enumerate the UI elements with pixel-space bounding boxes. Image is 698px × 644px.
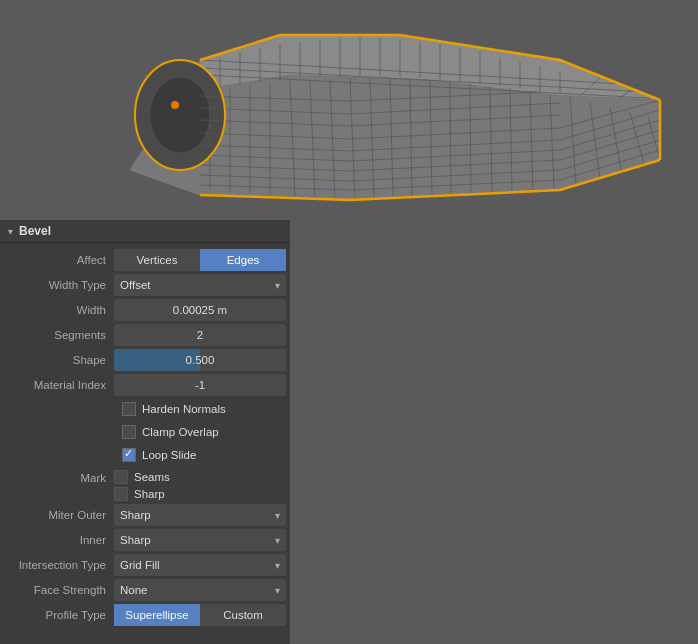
profile-type-label: Profile Type: [4, 609, 114, 621]
loop-slide-row: Loop Slide: [4, 445, 286, 465]
shape-row: Shape: [4, 349, 286, 371]
material-index-field: [114, 374, 286, 396]
3d-viewport: [0, 0, 698, 220]
width-type-dropdown[interactable]: Offset Width Depth Percent: [114, 274, 286, 296]
material-index-label: Material Index: [4, 379, 114, 391]
width-row: Width: [4, 299, 286, 321]
segments-row: Segments: [4, 324, 286, 346]
mark-label: Mark: [4, 470, 114, 484]
affect-row: Affect Vertices Edges: [4, 249, 286, 271]
miter-outer-dropdown-wrapper: Sharp Patch Arc: [114, 504, 286, 526]
width-input[interactable]: [114, 299, 286, 321]
loop-slide-checkbox[interactable]: [122, 448, 136, 462]
shape-field: [114, 349, 286, 371]
face-strength-dropdown-wrapper: None New Affected All: [114, 579, 286, 601]
svg-point-3: [171, 101, 179, 109]
miter-outer-label: Miter Outer: [4, 509, 114, 521]
panel-title: Bevel: [19, 224, 51, 238]
intersection-type-label: Intersection Type: [4, 559, 114, 571]
miter-outer-row: Miter Outer Sharp Patch Arc: [4, 504, 286, 526]
inner-dropdown-wrapper: Sharp Arc: [114, 529, 286, 551]
affect-vertices-button[interactable]: Vertices: [114, 249, 200, 271]
collapse-arrow-icon: ▾: [8, 226, 13, 237]
harden-normals-row: Harden Normals: [4, 399, 286, 419]
width-type-dropdown-wrapper: Offset Width Depth Percent: [114, 274, 286, 296]
mark-checks: Seams Sharp: [114, 470, 170, 501]
profile-type-row: Profile Type Superellipse Custom: [4, 604, 286, 626]
loop-slide-label: Loop Slide: [142, 449, 196, 461]
mark-sharp-label: Sharp: [134, 488, 165, 500]
profile-superellipse-button[interactable]: Superellipse: [114, 604, 200, 626]
svg-point-2: [150, 77, 210, 153]
face-strength-row: Face Strength None New Affected All: [4, 579, 286, 601]
intersection-type-row: Intersection Type Grid Fill Cutoff: [4, 554, 286, 576]
width-type-label: Width Type: [4, 279, 114, 291]
material-index-input[interactable]: [114, 374, 286, 396]
shape-input[interactable]: [114, 349, 286, 371]
segments-label: Segments: [4, 329, 114, 341]
mark-sharp-item: Sharp: [114, 487, 170, 501]
miter-outer-dropdown[interactable]: Sharp Patch Arc: [114, 504, 286, 526]
profile-custom-button[interactable]: Custom: [200, 604, 286, 626]
harden-normals-checkbox[interactable]: [122, 402, 136, 416]
material-index-row: Material Index: [4, 374, 286, 396]
clamp-overlap-row: Clamp Overlap: [4, 422, 286, 442]
mark-seams-item: Seams: [114, 470, 170, 484]
profile-type-buttons: Superellipse Custom: [114, 604, 286, 626]
segments-input[interactable]: [114, 324, 286, 346]
harden-normals-label: Harden Normals: [142, 403, 226, 415]
panel-header[interactable]: ▾ Bevel: [0, 220, 290, 243]
width-field: [114, 299, 286, 321]
inner-row: Inner Sharp Arc: [4, 529, 286, 551]
face-strength-dropdown[interactable]: None New Affected All: [114, 579, 286, 601]
mark-row: Mark Seams Sharp: [4, 468, 286, 501]
inner-label: Inner: [4, 534, 114, 546]
affect-label: Affect: [4, 254, 114, 266]
mark-seams-checkbox[interactable]: [114, 470, 128, 484]
shape-label: Shape: [4, 354, 114, 366]
inner-dropdown[interactable]: Sharp Arc: [114, 529, 286, 551]
affect-edges-button[interactable]: Edges: [200, 249, 286, 271]
mark-sharp-checkbox[interactable]: [114, 487, 128, 501]
clamp-overlap-label: Clamp Overlap: [142, 426, 219, 438]
segments-field: [114, 324, 286, 346]
affect-toggle-group: Vertices Edges: [114, 249, 286, 271]
intersection-type-dropdown-wrapper: Grid Fill Cutoff: [114, 554, 286, 576]
bevel-panel: ▾ Bevel Affect Vertices Edges Width Type…: [0, 220, 290, 644]
width-label: Width: [4, 304, 114, 316]
width-type-row: Width Type Offset Width Depth Percent: [4, 274, 286, 296]
mark-seams-label: Seams: [134, 471, 170, 483]
intersection-type-dropdown[interactable]: Grid Fill Cutoff: [114, 554, 286, 576]
face-strength-label: Face Strength: [4, 584, 114, 596]
clamp-overlap-checkbox[interactable]: [122, 425, 136, 439]
